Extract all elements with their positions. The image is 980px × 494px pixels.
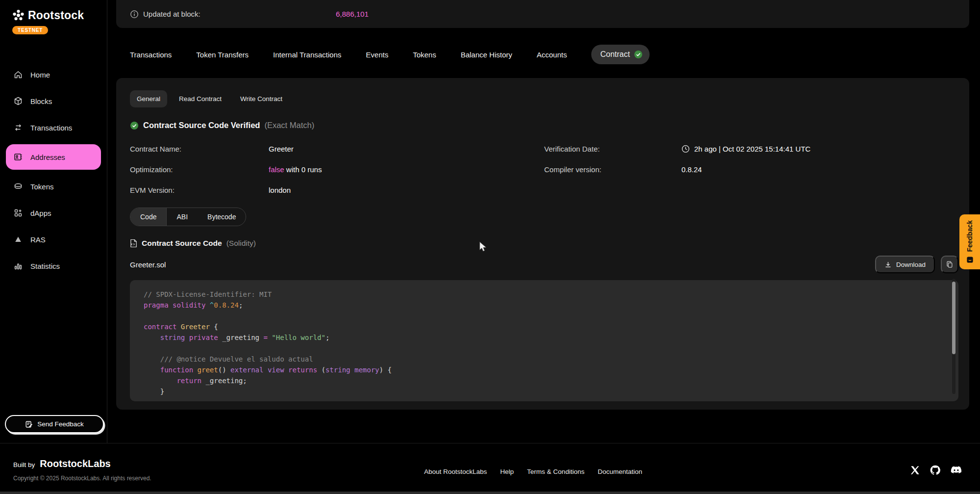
footer-link-help[interactable]: Help (500, 468, 514, 475)
sidebar-item-dapps[interactable]: dApps (6, 203, 101, 223)
tab-accounts[interactable]: Accounts (537, 51, 567, 59)
tab-transactions[interactable]: Transactions (130, 51, 172, 59)
sidebar-nav: Home Blocks Transactions Addresses Token… (0, 58, 107, 283)
code-tab[interactable]: Code (130, 208, 167, 226)
main-content: Updated at block: 6,886,101 Transactions… (116, 0, 969, 410)
tab-internal-transactions[interactable]: Internal Transactions (273, 51, 341, 59)
download-icon (884, 261, 892, 268)
built-by-row: Built by RootstockLabs (13, 458, 111, 469)
source-actions: Download (875, 256, 958, 273)
sidebar-item-ras[interactable]: RAS (6, 230, 101, 249)
source-code-heading: Contract Source Code (Solidity) (130, 239, 958, 248)
source-code-language: (Solidity) (226, 239, 256, 248)
bottom-strip (0, 492, 980, 494)
sidebar-item-home[interactable]: Home (6, 65, 101, 84)
compiler-version-label: Compiler version: (544, 162, 681, 176)
code-view-switch: Code ABI Bytecode (130, 208, 246, 226)
footer-link-about[interactable]: About RootstockLabs (424, 468, 487, 475)
abi-tab[interactable]: ABI (167, 208, 198, 226)
rootstock-flower-icon (12, 9, 25, 22)
github-icon[interactable] (930, 465, 941, 476)
discord-icon[interactable] (950, 464, 962, 476)
x-twitter-icon[interactable] (910, 465, 920, 475)
tab-events[interactable]: Events (366, 51, 388, 59)
contract-subtabs: General Read Contract Write Contract (130, 90, 958, 107)
contract-name-value: Greeter (269, 142, 544, 156)
copyright-text: Copyright © 2025 RootstockLabs. All righ… (13, 475, 151, 482)
built-by-label: Built by (13, 461, 35, 468)
verification-date-value: 2h ago | Oct 02 2025 15:14:41 UTC (681, 142, 958, 156)
footer-link-terms[interactable]: Terms & Conditions (527, 468, 584, 475)
source-code-title: Contract Source Code (142, 239, 222, 248)
ras-triangle-icon (13, 234, 23, 244)
subtab-write-contract[interactable]: Write Contract (233, 90, 289, 107)
source-file-row: Greeter.sol Download (130, 256, 958, 273)
contract-name-label: Contract Name: (130, 142, 269, 156)
source-file-name: Greeter.sol (130, 260, 166, 269)
rootstock-logo[interactable]: Rootstock (12, 9, 107, 22)
sidebar-item-transactions[interactable]: Transactions (6, 118, 101, 137)
bytecode-tab[interactable]: Bytecode (198, 208, 246, 226)
verified-note: (Exact Match) (264, 121, 314, 130)
address-card-icon (13, 152, 23, 162)
file-icon (130, 239, 137, 248)
subtab-read-contract[interactable]: Read Contract (172, 90, 228, 107)
tab-balance-history[interactable]: Balance History (461, 51, 512, 59)
tab-tokens[interactable]: Tokens (413, 51, 436, 59)
sidebar: Rootstock TESTNET Home Blocks Transactio… (0, 0, 107, 443)
footer: Built by RootstockLabs Copyright © 2025 … (0, 443, 980, 492)
clock-icon (681, 145, 690, 153)
subtab-general[interactable]: General (130, 90, 167, 107)
copy-icon (946, 260, 954, 268)
contract-panel: General Read Contract Write Contract Con… (116, 78, 969, 410)
footer-link-documentation[interactable]: Documentation (598, 468, 642, 475)
updated-block-bar: Updated at block: 6,886,101 (116, 0, 969, 28)
sidebar-item-addresses[interactable]: Addresses (6, 144, 101, 170)
address-tabs: Transactions Token Transfers Internal Tr… (116, 44, 969, 65)
copy-source-button[interactable] (941, 256, 958, 273)
verification-date-label: Verification Date: (544, 142, 681, 156)
coin-icon (13, 182, 23, 191)
bar-chart-icon (13, 261, 23, 271)
updated-block-label: Updated at block: (143, 10, 201, 18)
verified-check-icon (634, 50, 643, 59)
code-scrollbar-thumb[interactable] (952, 282, 955, 354)
sidebar-item-blocks[interactable]: Blocks (6, 91, 101, 111)
verified-check-icon (130, 121, 139, 130)
tab-token-transfers[interactable]: Token Transfers (196, 51, 249, 59)
sidebar-item-statistics[interactable]: Statistics (6, 256, 101, 276)
evm-version-value: london (269, 183, 544, 197)
code-scrollbar (952, 279, 955, 394)
send-feedback-button[interactable]: Send Feedback (5, 415, 104, 433)
optimization-label: Optimization: (130, 162, 269, 176)
compiler-version-value: 0.8.24 (681, 162, 958, 176)
feedback-chat-icon (966, 256, 974, 263)
cube-icon (13, 96, 23, 106)
testnet-badge: TESTNET (12, 26, 48, 34)
source-code-viewer: // SPDX-License-Identifier: MITpragma so… (130, 280, 958, 401)
block-number-link[interactable]: 6,886,101 (336, 10, 369, 18)
verified-banner: Contract Source Code Verified (Exact Mat… (130, 121, 958, 130)
feedback-tab-label: Feedback (966, 220, 974, 252)
home-icon (13, 70, 23, 79)
info-icon (130, 10, 139, 19)
updated-block-label-row: Updated at block: (130, 10, 201, 19)
dapps-grid-icon (13, 208, 23, 218)
swap-arrows-icon (13, 123, 23, 132)
brand-name: Rootstock (28, 9, 84, 22)
rootstock-explorer-page: Rootstock TESTNET Home Blocks Transactio… (0, 0, 980, 494)
footer-brand-link[interactable]: RootstockLabs (40, 458, 110, 469)
feedback-edge-tab[interactable]: Feedback (959, 214, 980, 269)
footer-links: About RootstockLabs Help Terms & Conditi… (424, 468, 642, 475)
sidebar-item-tokens[interactable]: Tokens (6, 177, 101, 196)
optimization-value: false with 0 runs (269, 162, 544, 176)
social-links (910, 464, 962, 476)
tab-contract[interactable]: Contract (591, 45, 649, 64)
contract-details: Contract Name: Greeter Verification Date… (130, 142, 958, 197)
edit-note-icon (25, 420, 33, 428)
download-button[interactable]: Download (875, 256, 935, 273)
verified-title: Contract Source Code Verified (143, 121, 260, 130)
evm-version-label: EVM Version: (130, 183, 269, 197)
